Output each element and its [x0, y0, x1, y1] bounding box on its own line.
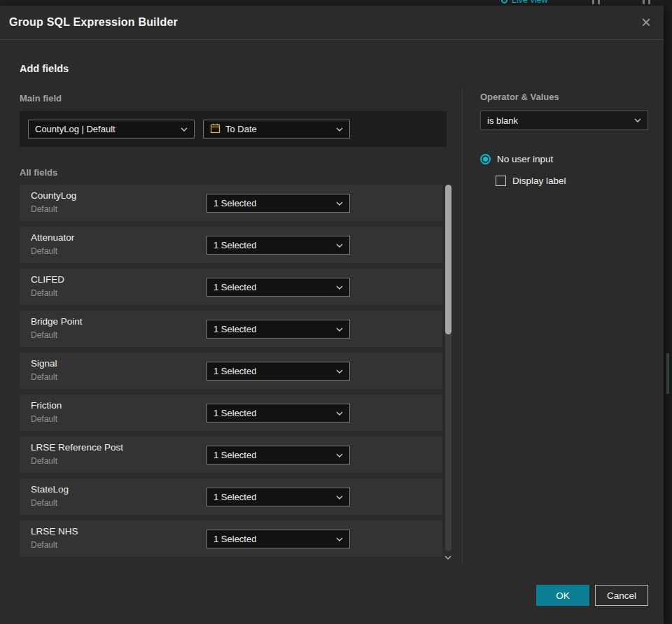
field-subtitle: Default: [31, 330, 57, 340]
field-subtitle: Default: [31, 498, 57, 508]
field-row: CLIFED Default 1 Selected: [20, 269, 442, 305]
field-selected-dropdown[interactable]: 1 Selected: [206, 404, 350, 423]
field-selected-dropdown[interactable]: 1 Selected: [206, 194, 350, 213]
toolbar-bars-icon: [643, 0, 650, 4]
operator-select[interactable]: is blank: [480, 111, 648, 130]
chevron-down-icon: [634, 118, 641, 122]
field-selected-value: 1 Selected: [214, 198, 256, 208]
chevron-down-icon: [336, 369, 343, 374]
list-scrollbar[interactable]: [445, 185, 451, 551]
chevron-down-icon: [336, 201, 343, 206]
field-selected-value: 1 Selected: [214, 534, 256, 544]
field-selected-dropdown[interactable]: 1 Selected: [206, 278, 350, 297]
background-right-edge: [664, 0, 672, 624]
live-view-indicator[interactable]: Live view: [501, 0, 547, 5]
field-subtitle: Default: [31, 540, 57, 550]
operator-values-label: Operator & Values: [480, 92, 559, 102]
calendar-icon: [210, 123, 220, 136]
cancel-button[interactable]: Cancel: [595, 585, 648, 606]
operator-select-value: is blank: [487, 115, 518, 126]
field-subtitle: Default: [31, 372, 57, 382]
field-selected-dropdown[interactable]: 1 Selected: [206, 488, 350, 506]
field-name: StateLog: [31, 484, 69, 495]
all-fields-list: CountyLog Default 1 Selected Attenuator …: [20, 185, 442, 562]
field-selected-dropdown[interactable]: 1 Selected: [206, 446, 350, 465]
live-view-icon: [501, 0, 507, 3]
no-user-input-label: No user input: [497, 154, 553, 164]
background-scrollbar: [666, 353, 669, 394]
field-row: LRSE Reference Post Default 1 Selected: [20, 437, 442, 473]
field-selected-value: 1 Selected: [214, 240, 256, 250]
close-icon[interactable]: ×: [641, 14, 651, 31]
field-name: CLIFED: [31, 274, 64, 285]
field-selected-dropdown[interactable]: 1 Selected: [206, 236, 350, 255]
field-selected-value: 1 Selected: [214, 366, 256, 376]
field-row: Bridge Point Default 1 Selected: [20, 311, 442, 347]
date-field-select-value: To Date: [225, 124, 257, 134]
no-user-input-radio[interactable]: No user input: [480, 154, 553, 164]
field-name: LRSE NHS: [31, 526, 78, 537]
dialog-title: Group SQL Expression Builder: [9, 16, 178, 29]
add-fields-heading: Add fields: [20, 63, 69, 74]
display-label-label: Display label: [512, 176, 566, 186]
field-selected-value: 1 Selected: [214, 492, 256, 502]
field-selected-dropdown[interactable]: 1 Selected: [206, 320, 350, 339]
field-selected-value: 1 Selected: [214, 324, 256, 334]
live-view-label: Live view: [512, 0, 547, 5]
field-subtitle: Default: [31, 246, 57, 256]
field-name: LRSE Reference Post: [31, 442, 123, 453]
ok-button[interactable]: OK: [536, 585, 589, 606]
field-selected-dropdown[interactable]: 1 Selected: [206, 362, 350, 381]
field-subtitle: Default: [31, 288, 57, 298]
field-row: CountyLog Default 1 Selected: [20, 185, 442, 221]
vertical-divider: [462, 88, 463, 564]
display-label-checkbox[interactable]: Display label: [496, 176, 566, 186]
chevron-down-icon: [336, 127, 343, 132]
chevron-down-icon: [336, 327, 343, 332]
chevron-down-icon: [336, 243, 343, 248]
chevron-down-icon: [336, 537, 343, 541]
field-name: CountyLog: [31, 190, 76, 201]
main-field-select-value: CountyLog | Default: [35, 124, 115, 134]
scroll-down-icon[interactable]: [444, 555, 452, 560]
chevron-down-icon: [336, 411, 343, 416]
field-subtitle: Default: [31, 456, 57, 466]
chevron-down-icon: [336, 495, 343, 499]
main-field-label: Main field: [20, 93, 62, 104]
field-row: Friction Default 1 Selected: [20, 395, 442, 431]
toolbar-bars-icon: [592, 0, 600, 4]
field-row: StateLog Default 1 Selected: [20, 478, 442, 515]
background-toolbar: Live view: [0, 0, 672, 6]
field-selected-value: 1 Selected: [214, 282, 256, 292]
field-name: Friction: [31, 400, 62, 411]
chevron-down-icon: [181, 127, 188, 132]
chevron-down-icon: [336, 453, 343, 458]
field-row: LRSE NHS Default 1 Selected: [20, 520, 442, 557]
field-name: Attenuator: [31, 232, 74, 243]
main-field-panel: CountyLog | Default To Date: [20, 111, 447, 147]
dialog-footer: OK Cancel: [536, 585, 648, 606]
field-row: Signal Default 1 Selected: [20, 353, 442, 389]
dialog-header: Group SQL Expression Builder ×: [0, 6, 664, 40]
list-scrollbar-thumb[interactable]: [445, 185, 451, 334]
group-sql-expression-builder-dialog: Group SQL Expression Builder × Add field…: [0, 6, 664, 624]
field-name: Signal: [31, 358, 57, 369]
field-selected-value: 1 Selected: [214, 408, 256, 418]
field-selected-value: 1 Selected: [214, 450, 256, 460]
all-fields-label: All fields: [20, 167, 57, 178]
field-subtitle: Default: [31, 414, 57, 424]
field-name: Bridge Point: [31, 316, 83, 327]
checkbox-unchecked-icon: [496, 176, 506, 186]
field-subtitle: Default: [31, 204, 57, 214]
field-row: Attenuator Default 1 Selected: [20, 227, 442, 263]
chevron-down-icon: [336, 285, 343, 290]
date-field-select[interactable]: To Date: [203, 120, 350, 139]
radio-selected-icon: [480, 154, 491, 164]
field-selected-dropdown[interactable]: 1 Selected: [206, 530, 350, 548]
main-field-select[interactable]: CountyLog | Default: [28, 120, 195, 139]
